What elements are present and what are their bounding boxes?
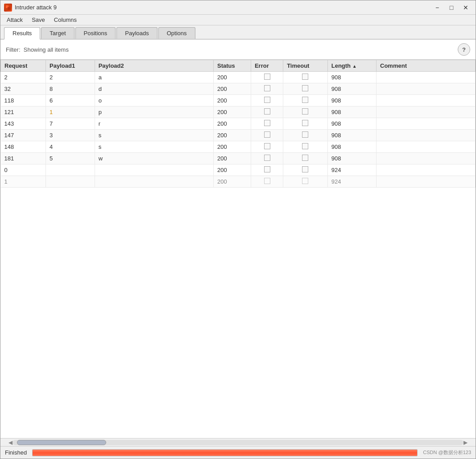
cell-payload1: 3 [46,130,95,141]
tab-target[interactable]: Target [41,27,74,39]
cell-timeout[interactable] [283,141,328,153]
checkbox[interactable] [264,120,270,126]
cell-payload2: a [95,72,213,83]
svg-rect-2 [8,7,10,10]
cell-error[interactable] [251,107,283,118]
cell-payload2 [95,176,213,188]
col-request[interactable]: Request [1,60,46,72]
cell-timeout[interactable] [283,176,328,188]
horizontal-scrollbar[interactable]: ◀ ▶ [0,438,476,446]
hscroll-track[interactable] [12,440,464,445]
cell-error[interactable] [251,141,283,153]
cell-error[interactable] [251,153,283,164]
table-row[interactable]: 1200924 [1,176,476,188]
table-wrapper[interactable]: Request Payload1 Payload2 Status [0,60,476,438]
col-payload1[interactable]: Payload1 [46,60,95,72]
checkbox[interactable] [302,120,308,126]
menu-attack[interactable]: Attack [2,16,27,24]
col-timeout[interactable]: Timeout [283,60,328,72]
checkbox[interactable] [302,108,308,115]
checkbox[interactable] [302,85,308,91]
minimize-button[interactable]: − [431,3,443,12]
checkbox[interactable] [264,166,270,172]
cell-comment [377,141,476,153]
checkbox[interactable] [264,131,270,138]
filter-label: Filter: Showing all items [6,46,69,53]
cell-payload2: w [95,153,213,164]
hscroll-thumb[interactable] [17,440,106,445]
checkbox[interactable] [302,143,308,149]
cell-timeout[interactable] [283,83,328,95]
cell-error[interactable] [251,95,283,107]
tab-options[interactable]: Options [158,27,195,39]
menu-columns[interactable]: Columns [50,16,81,24]
cell-timeout[interactable] [283,130,328,141]
checkbox[interactable] [264,85,270,91]
table-row[interactable]: 1437r200908 [1,118,476,130]
cell-status: 200 [214,72,251,83]
tab-positions[interactable]: Positions [75,27,116,39]
menu-save[interactable]: Save [27,16,50,24]
hscroll-left-btn[interactable]: ◀ [8,439,12,446]
table-row[interactable]: 22a200908 [1,72,476,83]
maximize-button[interactable]: □ [445,3,458,12]
table-row[interactable]: 0200924 [1,164,476,176]
checkbox[interactable] [264,108,270,115]
cell-timeout[interactable] [283,164,328,176]
window-controls: − □ ✕ [431,3,472,12]
cell-request: 143 [1,118,46,130]
checkbox[interactable] [264,74,270,80]
help-button[interactable]: ? [458,43,470,56]
table-row[interactable]: 1211p200908 [1,107,476,118]
checkbox[interactable] [302,74,308,80]
cell-payload1: 8 [46,83,95,95]
cell-status: 200 [214,164,251,176]
cell-payload1: 1 [46,107,95,118]
cell-status: 200 [214,118,251,130]
table-row[interactable]: 1186o200908 [1,95,476,107]
tab-payloads[interactable]: Payloads [116,27,157,39]
cell-timeout[interactable] [283,95,328,107]
main-window: Intruder attack 9 − □ ✕ Attack Save Colu… [0,0,476,459]
table-row[interactable]: 328d200908 [1,83,476,95]
cell-timeout[interactable] [283,72,328,83]
cell-payload1 [46,164,95,176]
table-header-row: Request Payload1 Payload2 Status [1,60,476,72]
col-payload2[interactable]: Payload2 [95,60,213,72]
cell-error[interactable] [251,83,283,95]
close-button[interactable]: ✕ [459,3,472,12]
col-error[interactable]: Error [251,60,283,72]
cell-error[interactable] [251,130,283,141]
checkbox[interactable] [264,143,270,149]
checkbox[interactable] [264,178,270,184]
checkbox[interactable] [302,155,308,161]
checkbox[interactable] [302,97,308,103]
cell-payload2: p [95,107,213,118]
checkbox[interactable] [264,97,270,103]
cell-request: 1 [1,176,46,188]
cell-error[interactable] [251,164,283,176]
cell-error[interactable] [251,118,283,130]
cell-timeout[interactable] [283,118,328,130]
col-status[interactable]: Status [214,60,251,72]
checkbox[interactable] [264,155,270,161]
table-row[interactable]: 1815w200908 [1,153,476,164]
col-comment[interactable]: Comment [377,60,476,72]
cell-length: 924 [327,176,376,188]
progress-bar-fill [33,450,417,456]
cell-error[interactable] [251,176,283,188]
checkbox[interactable] [302,178,308,184]
hscroll-right-btn[interactable]: ▶ [464,439,468,446]
cell-timeout[interactable] [283,153,328,164]
col-length[interactable]: Length [327,60,376,72]
table-row[interactable]: 1473s200908 [1,130,476,141]
cell-timeout[interactable] [283,107,328,118]
cell-comment [377,83,476,95]
table-row[interactable]: 1484s200908 [1,141,476,153]
progress-bar-container [32,449,418,456]
checkbox[interactable] [302,131,308,138]
checkbox[interactable] [302,166,308,172]
cell-error[interactable] [251,72,283,83]
cell-payload1: 6 [46,95,95,107]
tab-results[interactable]: Results [4,27,40,40]
